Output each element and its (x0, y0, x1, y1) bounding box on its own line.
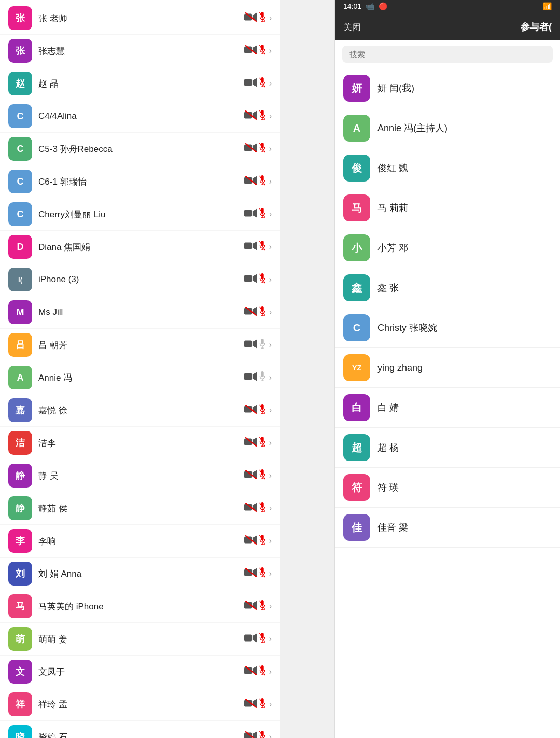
svg-marker-72 (253, 372, 257, 381)
list-item: 静静 吴› (0, 459, 280, 492)
icons-area: › (244, 77, 272, 90)
avatar: 李 (8, 529, 32, 553)
chevron-right-icon[interactable]: › (269, 536, 272, 546)
icons-area: › (244, 273, 272, 286)
svg-rect-125 (244, 635, 252, 642)
chevron-right-icon[interactable]: › (269, 340, 272, 350)
chevron-right-icon[interactable]: › (269, 46, 272, 55)
chevron-right-icon[interactable]: › (269, 373, 272, 382)
chevron-right-icon[interactable]: › (269, 732, 272, 738)
video-icon (244, 405, 258, 416)
avatar: 马 (343, 194, 370, 221)
icons-area: › (244, 241, 272, 253)
participant-name: 妍 闰(我) (377, 82, 414, 94)
chevron-right-icon[interactable]: › (269, 504, 272, 513)
avatar: 小 (343, 234, 370, 261)
svg-marker-126 (253, 633, 257, 642)
svg-rect-53 (244, 275, 252, 282)
chevron-right-icon[interactable]: › (269, 634, 272, 644)
right-list-item: CChristy 张晓婉 (335, 308, 560, 348)
video-icon (244, 12, 258, 24)
chevron-right-icon[interactable]: › (269, 406, 272, 415)
avatar: 晓 (8, 725, 32, 738)
chevron-right-icon[interactable]: › (269, 112, 272, 121)
avatar: 刘 (8, 562, 32, 586)
right-list-item: YZying zhang (335, 348, 560, 388)
participant-name: 静 吴 (38, 470, 244, 482)
participant-name: 吕 朝芳 (38, 339, 244, 351)
avatar: 赵 (8, 72, 32, 95)
chevron-right-icon[interactable]: › (269, 667, 272, 676)
chevron-right-icon[interactable]: › (269, 242, 272, 252)
mic-icon (259, 600, 266, 612)
participant-name: 洁李 (38, 437, 244, 449)
chevron-right-icon[interactable]: › (269, 308, 272, 317)
chevron-right-icon[interactable]: › (269, 602, 272, 611)
list-item: CC5-3 孙舟Rebecca› (0, 133, 280, 165)
right-list-item: 鑫鑫 张 (335, 268, 560, 308)
video-icon (244, 470, 258, 481)
list-item: DDiana 焦国娟› (0, 231, 280, 263)
right-list-item: 超超 杨 (335, 428, 560, 468)
avatar: 吕 (8, 333, 32, 357)
right-list-item: 佳佳音 梁 (335, 508, 560, 548)
participant-name: 俊红 魏 (377, 162, 408, 174)
chevron-right-icon[interactable]: › (269, 13, 272, 23)
mic-icon (259, 241, 266, 253)
video-icon (244, 208, 258, 220)
chevron-right-icon[interactable]: › (269, 144, 272, 154)
avatar: 静 (8, 496, 32, 520)
search-input[interactable] (342, 46, 553, 63)
signal-icon: 📶 (543, 2, 552, 10)
participant-name: C6-1 郭瑞怡 (38, 176, 244, 188)
icons-area: › (244, 143, 272, 155)
list-item: CCherry刘曼丽 Liu› (0, 198, 280, 231)
avatar: C (8, 104, 32, 128)
participant-name: 超 杨 (377, 441, 399, 454)
svg-rect-68 (261, 339, 263, 344)
right-header: 关闭 参与者( (335, 13, 560, 40)
video-icon (244, 78, 258, 89)
list-item: 洁洁李› (0, 427, 280, 459)
avatar: YZ (343, 354, 370, 381)
chevron-right-icon[interactable]: › (269, 79, 272, 88)
icons-area: › (244, 731, 272, 738)
avatar: 萌 (8, 627, 32, 651)
mic-icon (259, 175, 266, 188)
close-button[interactable]: 关闭 (343, 21, 361, 33)
right-list-item: 妍妍 闰(我) (335, 68, 560, 108)
svg-rect-14 (244, 79, 252, 86)
video-icon-status: 📹 (366, 2, 374, 10)
chevron-right-icon[interactable]: › (269, 275, 272, 284)
participant-name: 祥玲 孟 (38, 699, 244, 711)
mic-icon (259, 208, 266, 220)
participant-name: Annie 冯(主持人) (377, 122, 447, 134)
chevron-right-icon[interactable]: › (269, 471, 272, 480)
video-icon (244, 503, 258, 514)
svg-marker-146 (253, 731, 257, 738)
participant-name: 张志慧 (38, 45, 244, 57)
video-icon (244, 699, 258, 710)
video-icon (244, 339, 258, 351)
participant-name: Diana 焦国娟 (38, 241, 244, 253)
participant-name: 嘉悦 徐 (38, 405, 244, 416)
chevron-right-icon[interactable]: › (269, 569, 272, 578)
chevron-right-icon[interactable]: › (269, 210, 272, 219)
avatar: 文 (8, 660, 32, 684)
mic-icon (259, 45, 266, 57)
icons-area: › (244, 567, 272, 580)
chevron-right-icon[interactable]: › (269, 700, 272, 709)
avatar: 超 (343, 434, 370, 461)
video-icon (244, 110, 258, 122)
svg-marker-15 (253, 78, 257, 87)
icons-area: › (244, 502, 272, 514)
chevron-right-icon[interactable]: › (269, 177, 272, 186)
participant-name: 张 老师 (38, 12, 244, 24)
icons-area: › (244, 665, 272, 678)
participant-name: C4/4Alina (38, 111, 244, 121)
video-icon (244, 601, 258, 612)
avatar: I( (8, 268, 32, 291)
avatar: C (8, 202, 32, 226)
participant-name: 晓婷 石 (38, 731, 244, 739)
chevron-right-icon[interactable]: › (269, 438, 272, 448)
